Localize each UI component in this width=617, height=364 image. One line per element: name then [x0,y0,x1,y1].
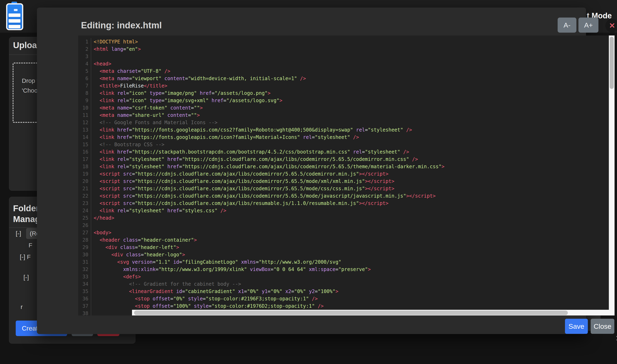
code-line: 12 <!-- Google Fonts and Material Icons … [78,119,615,126]
code-line: 23 <script src="https://cdnjs.cloudflare… [78,200,615,207]
line-number: 26 [78,222,91,229]
code-line-content: <script src="https://cdnjs.cloudflare.co… [91,178,394,185]
font-increase-button[interactable]: A+ [578,17,598,33]
code-line-content: <link rel="icon" type="image/png" href="… [91,90,270,97]
line-number: 29 [78,244,91,251]
code-editor[interactable]: 1<!DOCTYPE html>2<html lang="en">34<head… [78,36,615,315]
code-line-content: <title>FileRise</title> [91,82,167,90]
code-line-content: <link href="https://fonts.googleapis.com… [91,126,412,134]
code-line: 29 <div class="header-left"> [78,244,615,251]
line-number: 20 [78,178,91,185]
code-line-content [91,310,94,315]
line-number: 36 [78,295,91,302]
code-lines: 1<!DOCTYPE html>2<html lang="en">34<head… [78,38,615,315]
code-line: 5 <meta charset="UTF-8" /> [78,67,615,75]
line-number: 1 [78,38,91,45]
line-number: 19 [78,170,91,178]
modal-title: Editing: index.html [81,20,162,30]
line-number: 10 [78,104,91,112]
code-line: 9 <link rel="icon" type="image/svg+xml" … [78,97,615,104]
code-line: 8 <link rel="icon" type="image/png" href… [78,90,615,97]
code-line-content: <link rel="stylesheet" href="styles.css"… [91,207,226,214]
line-number: 7 [78,82,91,90]
code-line: 31 <svg version="1.1" id="filingCabinetL… [78,258,615,266]
code-line: 25</head> [78,214,615,222]
line-number: 2 [78,45,91,53]
code-line: 13 <link href="https://fonts.googleapis.… [78,126,615,134]
line-number: 27 [78,229,91,236]
code-line: 10 <meta name="csrf-token" content=""> [78,104,615,112]
code-line-content: <script src="https://cdnjs.cloudflare.co… [91,185,394,192]
line-number: 23 [78,200,91,207]
code-line: 32 xmlns:xlink="http://www.w3.org/1999/x… [78,266,615,273]
code-line-content: <script src="https://cdnjs.cloudflare.co… [91,200,389,207]
code-line-content: <!-- Google Fonts and Material Icons --> [91,119,217,126]
line-number: 18 [78,163,91,170]
code-line: 11 <meta name="share-url" content=""> [78,112,615,119]
line-number: 9 [78,97,91,104]
code-line: 30 <div class="header-logo"> [78,251,615,258]
line-number: 22 [78,192,91,200]
code-line: 18 <link rel="stylesheet" href="https://… [78,163,615,170]
code-line-content: <defs> [91,273,141,280]
code-line: 1<!DOCTYPE html> [78,38,615,45]
code-line-content: <link rel="stylesheet" href="https://cdn… [91,163,445,170]
code-line: 24 <link rel="stylesheet" href="styles.c… [78,207,615,214]
code-line: 19 <script src="https://cdnjs.cloudflare… [78,170,615,178]
code-line: 33 <defs> [78,273,615,280]
line-number: 35 [78,288,91,295]
line-number: 15 [78,141,91,148]
line-number: 8 [78,90,91,97]
code-line-content: <meta charset="UTF-8" /> [91,67,170,75]
vertical-scrollbar[interactable] [609,36,615,315]
code-line: 2<html lang="en"> [78,45,615,53]
code-line-content: <body> [91,229,111,236]
code-line-content: <html lang="en"> [91,45,141,53]
line-number: 11 [78,112,91,119]
code-line-content: <script src="https://cdnjs.cloudflare.co… [91,192,436,200]
edit-file-modal: Editing: index.html A- A+ ✕ 1<!DOCTYPE h… [37,8,586,334]
code-line-content: <meta name="csrf-token" content=""> [91,104,203,112]
code-line-content: <link rel="stylesheet" href="https://cdn… [91,156,418,163]
code-line-content: <div class="header-left"> [91,244,179,251]
filerise-logo-icon[interactable] [6,3,23,30]
tree-node-label[interactable]: F [28,242,32,249]
code-line: 20 <script src="https://cdnjs.cloudflare… [78,178,615,185]
tree-node-label[interactable]: [-] F [20,253,31,260]
save-button[interactable]: Save [565,319,588,334]
tree-node-label[interactable]: r [21,303,23,310]
horizontal-scrollbar[interactable] [132,310,615,315]
line-number: 14 [78,134,91,141]
close-button[interactable]: Close [591,319,614,334]
code-line: 16 <link href="https://stackpath.bootstr… [78,148,615,156]
code-line: 3 [78,53,615,60]
close-icon[interactable]: ✕ [605,19,617,32]
font-decrease-button[interactable]: A- [558,17,577,33]
line-number: 13 [78,126,91,134]
code-line-content: <stop offset="100%" style="stop-color:#1… [91,302,324,310]
horizontal-scrollbar-thumb[interactable] [134,311,568,315]
cabinet-drawer-icon [9,13,20,17]
code-line: 22 <script src="https://cdnjs.cloudflare… [78,192,615,200]
line-number: 16 [78,148,91,156]
code-line-content: <div class="header-logo"> [91,251,185,258]
code-line: 15 <!-- Bootstrap CSS --> [78,141,615,148]
code-line-content: <link href="https://stackpath.bootstrapc… [91,148,409,156]
code-line: 36 <stop offset="0%" style="stop-color:#… [78,295,615,302]
code-line-content: <link href="https://fonts.googleapis.com… [91,134,359,141]
code-line-content: <linearGradient id="cabinetGradient" x1=… [91,288,338,295]
code-line-content: <meta name="viewport" content="width=dev… [91,75,306,82]
code-line: 6 <meta name="viewport" content="width=d… [78,75,615,82]
code-line-content: <meta name="share-url" content=""> [91,112,200,119]
code-line: 34 <!-- Gradient for the cabinet body --… [78,280,615,288]
tree-toggle[interactable]: [-] [24,274,29,281]
vertical-scrollbar-thumb[interactable] [610,37,614,89]
line-number: 17 [78,156,91,163]
line-number: 28 [78,236,91,244]
line-number: 3 [78,53,91,60]
line-number: 4 [78,60,91,67]
line-number: 6 [78,75,91,82]
code-line-content: <!DOCTYPE html> [91,38,138,45]
code-line-content: <svg version="1.1" id="filingCabinetLogo… [91,258,341,266]
tree-toggle-root[interactable]: [-] [16,230,21,237]
